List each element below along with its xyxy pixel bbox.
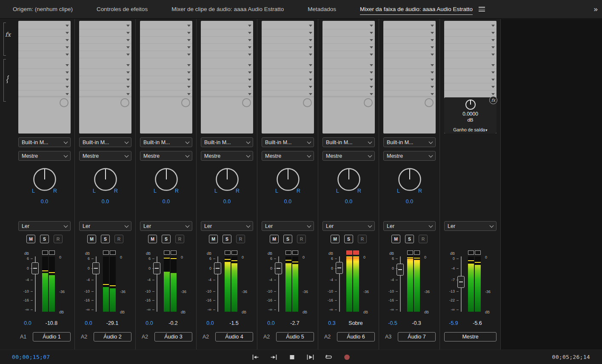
slot-dropdown-icon[interactable] [431,25,434,27]
slot-dropdown-icon[interactable] [187,25,191,27]
send-slot[interactable] [383,91,436,98]
effects-device-dropdown[interactable]: Built-in M... [322,137,375,147]
automation-mode-dropdown[interactable]: Ler [383,221,436,231]
slot-dropdown-icon[interactable] [309,39,312,41]
pan-value[interactable]: 0.0 [18,199,71,205]
slot-dropdown-icon[interactable] [431,79,434,81]
slot-dropdown-icon[interactable] [491,46,495,48]
stop-button[interactable] [287,353,297,361]
tab-controles-de-efeitos[interactable]: Controles de efeitos [97,0,148,18]
send-slot[interactable] [140,62,192,69]
send-slot[interactable] [79,91,131,98]
send-slot[interactable] [18,91,71,98]
slot-dropdown-icon[interactable] [370,32,373,34]
pan-value[interactable]: 0.0 [322,199,375,205]
slot-dropdown-icon[interactable] [370,64,373,66]
slot-dropdown-icon[interactable] [491,86,495,88]
send-slot[interactable] [322,69,375,76]
master-output-gain-module[interactable]: 0.0000 dB Ganho de saída fx [444,97,496,134]
slot-dropdown-icon[interactable] [66,79,69,81]
slot-dropdown-icon[interactable] [126,54,130,56]
slot-dropdown-icon[interactable] [126,25,130,27]
pan-value[interactable]: 0.0 [383,199,436,205]
send-slot[interactable] [79,62,131,69]
record-arm-button[interactable]: R [114,235,123,243]
effects-device-dropdown[interactable]: Built-in M... [201,137,253,147]
slot-dropdown-icon[interactable] [309,71,312,74]
effect-slot[interactable] [201,29,253,37]
send-slot[interactable] [444,91,496,98]
send-slot[interactable] [140,83,192,91]
output-gain-knob[interactable] [464,98,477,111]
output-assignment-dropdown[interactable]: Mestre [79,151,131,161]
effect-slot[interactable] [322,29,375,37]
slot-dropdown-icon[interactable] [248,46,251,48]
clip-indicator-left[interactable] [346,250,352,255]
send-slot[interactable] [18,69,71,76]
slot-dropdown-icon[interactable] [66,64,69,66]
send-slot[interactable] [140,91,192,98]
fx-badge-icon[interactable]: fx [489,96,497,104]
slot-dropdown-icon[interactable] [431,39,434,41]
show-sends-icon[interactable] [5,75,10,85]
mute-button[interactable]: M [26,235,35,243]
track-name-button[interactable]: Áudio 6 [337,332,375,341]
track-name-button[interactable]: Áudio 7 [398,332,436,341]
slot-dropdown-icon[interactable] [431,32,434,34]
slot-dropdown-icon[interactable] [491,93,495,95]
tab-mixer-de-clipe-de-udio-aaaa-audio-estrat[interactable]: Mixer de clipe de áudio: aaaa Audio Estr… [171,0,284,18]
send-pan-knob-icon[interactable] [425,98,434,107]
automation-mode-dropdown[interactable]: Ler [79,221,131,231]
effect-slot[interactable] [140,51,192,58]
clip-indicator-right[interactable] [475,250,481,255]
pan-value[interactable]: 0.0 [79,199,131,205]
slot-dropdown-icon[interactable] [187,71,191,74]
effect-slot[interactable] [322,51,375,58]
current-timecode[interactable]: 00;00;15;07 [12,354,50,360]
slot-dropdown-icon[interactable] [370,93,373,95]
slot-dropdown-icon[interactable] [187,39,191,41]
slot-dropdown-icon[interactable] [431,46,434,48]
effect-slot[interactable] [140,22,192,29]
fader-db-value[interactable]: 0.0 [140,320,159,326]
send-pan-knob-icon[interactable] [303,98,312,107]
send-slot[interactable] [18,76,71,83]
slot-dropdown-icon[interactable] [309,86,312,88]
effect-slot[interactable] [444,51,496,58]
fader-handle[interactable] [336,262,343,274]
track-name-button[interactable]: Áudio 1 [33,332,71,341]
slot-dropdown-icon[interactable] [66,93,69,95]
solo-button[interactable]: S [101,235,110,243]
fader-handle[interactable] [457,276,465,288]
play-in-to-out-button[interactable] [305,353,315,361]
effect-slot[interactable] [383,44,436,51]
slot-dropdown-icon[interactable] [126,93,130,95]
clip-indicator-right[interactable] [414,250,420,255]
clip-indicator-right[interactable] [171,250,177,255]
mute-button[interactable]: M [148,235,157,243]
track-name-button[interactable]: Áudio 3 [154,332,192,341]
effect-slot[interactable] [322,44,375,51]
send-pan-knob-icon[interactable] [242,98,251,107]
slot-dropdown-icon[interactable] [309,25,312,27]
send-slot[interactable] [79,76,131,83]
slot-dropdown-icon[interactable] [187,93,191,95]
send-slot[interactable] [201,83,253,91]
fader-db-value[interactable]: 0.0 [201,320,220,326]
slot-dropdown-icon[interactable] [309,32,312,34]
pan-value[interactable]: 0.0 [140,199,192,205]
clip-indicator-right[interactable] [292,250,298,255]
fader-db-value[interactable]: -5.9 [444,320,463,326]
mute-button[interactable]: M [391,235,400,243]
solo-button[interactable]: S [223,235,231,243]
send-slot[interactable] [262,91,314,98]
go-to-in-button[interactable] [251,353,260,361]
slot-dropdown-icon[interactable] [248,64,251,66]
effects-sends-panel[interactable] [383,21,436,134]
fader-db-value[interactable]: 0.3 [322,320,341,326]
slot-dropdown-icon[interactable] [491,25,495,27]
pan-value[interactable]: 0.0 [262,199,314,205]
effects-sends-panel[interactable] [18,21,71,134]
slot-dropdown-icon[interactable] [370,86,373,88]
slot-dropdown-icon[interactable] [66,46,69,48]
